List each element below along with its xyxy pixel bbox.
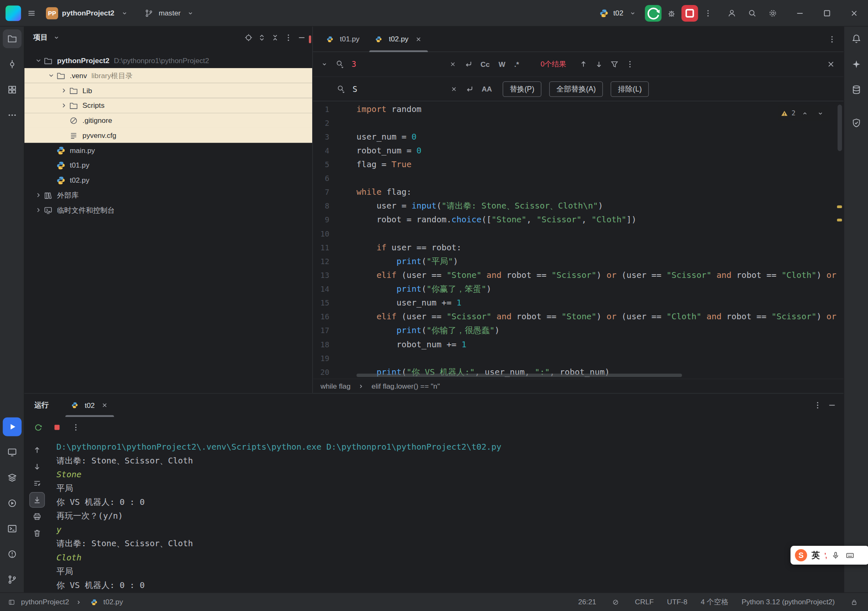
tree-item-lib[interactable]: Lib bbox=[24, 83, 312, 98]
code-line[interactable]: 12 print("平局") bbox=[313, 255, 843, 268]
ai-assistant-icon[interactable] bbox=[847, 55, 865, 74]
preserve-case-toggle[interactable]: AA bbox=[479, 85, 495, 93]
project-tool-icon[interactable] bbox=[3, 29, 21, 48]
commit-icon[interactable] bbox=[3, 55, 21, 74]
print-icon[interactable] bbox=[29, 509, 45, 524]
previous-match-icon[interactable] bbox=[577, 58, 589, 70]
code-line[interactable]: 17 print("你输了，很愚蠢") bbox=[313, 324, 843, 338]
console-output[interactable]: D:\pythonpro1\pythonProject2\.venv\Scrip… bbox=[50, 438, 844, 593]
select-opened-file-icon[interactable] bbox=[242, 32, 255, 44]
tree-item-scripts[interactable]: Scripts bbox=[24, 98, 312, 113]
scroll-down-icon[interactable] bbox=[29, 459, 45, 474]
run-configuration-selector[interactable]: t02 bbox=[596, 7, 641, 19]
run-button[interactable] bbox=[645, 5, 662, 21]
status-breadcrumb-file[interactable]: t02.py bbox=[103, 598, 123, 606]
panel-options-icon[interactable] bbox=[812, 399, 824, 411]
hide-panel-icon[interactable] bbox=[826, 399, 838, 411]
rerun-icon[interactable] bbox=[32, 421, 44, 433]
panel-options-icon[interactable] bbox=[283, 32, 295, 44]
code-line[interactable]: 6 bbox=[313, 172, 843, 186]
code-line[interactable]: 16 elif (user == "Scissor" and robot == … bbox=[313, 310, 843, 324]
filter-icon[interactable] bbox=[608, 58, 621, 70]
soft-wrap-icon[interactable] bbox=[29, 476, 45, 491]
code-line[interactable]: 15 user_num += 1 bbox=[313, 296, 843, 310]
tool-window-layout-icon[interactable] bbox=[5, 596, 18, 608]
new-line-icon[interactable] bbox=[462, 58, 474, 70]
shield-icon[interactable] bbox=[847, 114, 865, 132]
close-window-button[interactable] bbox=[843, 0, 866, 26]
main-menu-icon[interactable] bbox=[25, 7, 38, 19]
minimize-window-button[interactable] bbox=[788, 0, 812, 26]
ime-language-indicator[interactable]: 英 bbox=[812, 550, 820, 560]
tab-t01-py[interactable]: t01.py bbox=[317, 27, 366, 52]
vertical-scrollbar[interactable] bbox=[837, 104, 842, 151]
code-line[interactable]: 8 user = input("请出拳: Stone、Scissor、Cloth… bbox=[313, 199, 843, 213]
tab-list-icon[interactable] bbox=[826, 33, 838, 45]
services-icon[interactable] bbox=[3, 494, 21, 513]
scroll-to-end-icon[interactable] bbox=[29, 492, 45, 508]
tree-item--[interactable]: 外部库 bbox=[24, 188, 312, 203]
replace-all-button[interactable]: 全部替换(A) bbox=[549, 81, 603, 97]
code-line[interactable]: 1import random bbox=[313, 102, 843, 116]
status-breadcrumb-project[interactable]: pythonProject2 bbox=[21, 598, 69, 606]
expand-all-icon[interactable] bbox=[256, 32, 268, 44]
code-line[interactable]: 3user_num = 0 bbox=[313, 130, 843, 144]
close-search-icon[interactable] bbox=[825, 58, 837, 70]
inspection-widget[interactable]: 2 bbox=[778, 105, 830, 121]
chevron-right-icon[interactable] bbox=[33, 203, 43, 218]
tree-item--[interactable]: 临时文件和控制台 bbox=[24, 203, 312, 218]
more-actions-icon[interactable] bbox=[702, 7, 714, 19]
microphone-icon[interactable] bbox=[830, 550, 840, 560]
whole-words-toggle[interactable]: W bbox=[496, 60, 508, 69]
code-line[interactable]: 9 robot = random.choice(["Stone", "Sciss… bbox=[313, 213, 843, 227]
branch-widget[interactable]: master bbox=[139, 5, 201, 21]
tree-item-pyvenv-cfg[interactable]: pyvenv.cfg bbox=[24, 128, 312, 143]
python-console-icon[interactable] bbox=[3, 443, 21, 462]
code-line[interactable]: 7while flag: bbox=[313, 186, 843, 199]
replace-input[interactable]: S bbox=[350, 84, 444, 93]
notifications-bell-icon[interactable] bbox=[847, 29, 865, 48]
encoding-selector[interactable]: UTF-8 bbox=[667, 598, 687, 606]
chevron-right-icon[interactable] bbox=[33, 188, 43, 203]
clear-console-icon[interactable] bbox=[29, 525, 45, 541]
run-tab-t02[interactable]: t02 bbox=[63, 394, 116, 417]
interpreter-selector[interactable]: Python 3.12 (pythonProject2) bbox=[741, 598, 835, 606]
collapse-all-icon[interactable] bbox=[269, 32, 281, 44]
horizontal-scrollbar[interactable] bbox=[356, 374, 682, 377]
code-line[interactable]: 10 bbox=[313, 227, 843, 241]
exclude-button[interactable]: 排除(L) bbox=[611, 81, 649, 97]
tree-item--gitignore[interactable]: .gitignore bbox=[24, 113, 312, 128]
problems-icon[interactable] bbox=[3, 545, 21, 563]
run-tool-icon[interactable] bbox=[3, 418, 21, 436]
maximize-window-button[interactable] bbox=[815, 0, 839, 26]
warning-stripe-mark[interactable] bbox=[837, 205, 842, 208]
highlighting-level-icon[interactable] bbox=[609, 596, 621, 608]
terminal-icon[interactable] bbox=[3, 519, 21, 538]
search-everywhere-icon[interactable] bbox=[746, 7, 759, 19]
match-case-toggle[interactable]: Cc bbox=[478, 60, 492, 69]
replace-button[interactable]: 替换(P) bbox=[502, 81, 541, 97]
python-packages-icon[interactable] bbox=[3, 468, 21, 487]
tree-item-pythonproject2[interactable]: pythonProject2D:\pythonpro1\pythonProjec… bbox=[24, 53, 312, 68]
code-editor[interactable]: 1import random23user_num = 04robot_num =… bbox=[313, 101, 843, 379]
previous-problem-icon[interactable] bbox=[799, 107, 811, 119]
tree-item-t02-py[interactable]: t02.py bbox=[24, 173, 312, 188]
structure-icon[interactable] bbox=[3, 80, 21, 99]
line-ending-selector[interactable]: CRLF bbox=[635, 598, 654, 606]
code-line[interactable]: 11 if user == robot: bbox=[313, 241, 843, 255]
tab-t02-py[interactable]: t02.py bbox=[366, 27, 431, 52]
chevron-down-icon[interactable] bbox=[33, 53, 43, 68]
chevron-right-icon[interactable] bbox=[59, 83, 69, 98]
search-options-icon[interactable] bbox=[624, 58, 636, 70]
clear-replace-icon[interactable] bbox=[448, 83, 460, 95]
version-control-icon[interactable] bbox=[3, 570, 21, 589]
caret-position[interactable]: 26:21 bbox=[578, 598, 596, 606]
code-line[interactable]: 5flag = True bbox=[313, 158, 843, 172]
database-icon[interactable] bbox=[847, 80, 865, 99]
user-account-icon[interactable] bbox=[726, 7, 738, 19]
code-line[interactable]: 13 elif (user == "Stone" and robot == "S… bbox=[313, 268, 843, 282]
indent-selector[interactable]: 4 个空格 bbox=[701, 597, 728, 607]
project-panel-title-widget[interactable]: 项目 bbox=[33, 32, 62, 44]
code-line[interactable]: 4robot_num = 0 bbox=[313, 144, 843, 158]
next-problem-icon[interactable] bbox=[815, 107, 827, 119]
